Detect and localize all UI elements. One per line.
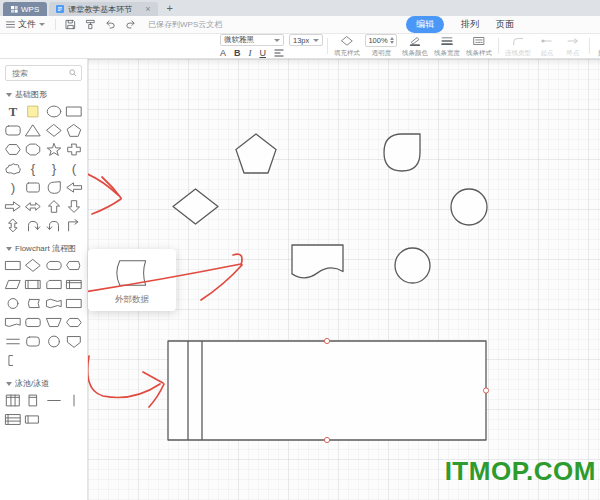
- palette-bracket-icon[interactable]: [3, 351, 23, 370]
- insert-link-button[interactable]: 插入链接: [593, 35, 600, 58]
- undo-button[interactable]: [102, 19, 118, 31]
- transparency-control[interactable]: 100% 透明度: [363, 34, 399, 58]
- palette-uturn-right-icon[interactable]: [44, 216, 64, 235]
- save-button[interactable]: [62, 19, 78, 31]
- underline-button[interactable]: U: [260, 48, 267, 58]
- palette-internal-storage-icon[interactable]: [64, 275, 84, 294]
- palette-hexagon-icon[interactable]: [3, 140, 23, 159]
- close-tab-icon[interactable]: ×: [145, 4, 150, 14]
- palette-rectangle-icon[interactable]: [64, 102, 84, 121]
- palette-pentagon-icon[interactable]: [64, 121, 84, 140]
- wps-app-tab[interactable]: WPS: [3, 2, 47, 16]
- palette-arrow-double-h-icon[interactable]: [23, 197, 43, 216]
- line-color-button[interactable]: 线条颜色: [399, 35, 431, 58]
- connector-type-button[interactable]: 连线类型: [502, 35, 534, 58]
- canvas-shape-pentagon[interactable]: [236, 134, 276, 173]
- palette-lane-horizontal-icon[interactable]: [23, 410, 43, 429]
- palette-pool-horizontal-icon[interactable]: [3, 410, 23, 429]
- palette-octagon-icon[interactable]: [23, 140, 43, 159]
- palette-arrow-down-icon[interactable]: [64, 197, 84, 216]
- selection-handle[interactable]: [483, 388, 488, 393]
- palette-arrow-double-v-icon[interactable]: [3, 216, 23, 235]
- palette-corner-arrow-icon[interactable]: [64, 216, 84, 235]
- palette-double-line-icon[interactable]: [3, 332, 23, 351]
- palette-arrow-right-icon[interactable]: [3, 197, 23, 216]
- palette-process-icon[interactable]: [3, 256, 23, 275]
- palette-triangle-icon[interactable]: [23, 121, 43, 140]
- palette-lane-vertical-icon[interactable]: [23, 391, 43, 410]
- edit-mode-button[interactable]: 编辑: [406, 16, 444, 33]
- palette-document-icon[interactable]: [3, 313, 23, 332]
- palette-preparation-icon[interactable]: [64, 313, 84, 332]
- fill-style-button[interactable]: 填充样式: [331, 35, 363, 58]
- palette-brace-right-icon[interactable]: }: [44, 159, 64, 178]
- canvas-shape-swimlane[interactable]: [168, 341, 486, 440]
- arrange-button[interactable]: 排列: [461, 18, 479, 31]
- palette-ellipse-icon[interactable]: [44, 102, 64, 121]
- start-point-button[interactable]: 起点: [534, 35, 560, 58]
- palette-off-page-icon[interactable]: [64, 332, 84, 351]
- italic-button[interactable]: I: [249, 48, 252, 58]
- shape-search-box[interactable]: [5, 65, 82, 81]
- palette-predefined-process-icon[interactable]: [23, 275, 43, 294]
- format-painter-button[interactable]: [82, 19, 98, 31]
- file-menu-button[interactable]: 文件: [6, 18, 45, 31]
- palette-decision-icon[interactable]: [23, 256, 43, 275]
- palette-arrow-up-icon[interactable]: [44, 197, 64, 216]
- palette-paren-right-icon[interactable]: ): [3, 178, 23, 197]
- selection-handle[interactable]: [324, 437, 329, 442]
- palette-sticky-note-icon[interactable]: [23, 102, 43, 121]
- line-width-button[interactable]: 线条宽度: [431, 35, 463, 58]
- palette-diamond-icon[interactable]: [44, 121, 64, 140]
- palette-cloud-icon[interactable]: [3, 159, 23, 178]
- palette-tape-icon[interactable]: [44, 294, 64, 313]
- page-button[interactable]: 页面: [496, 18, 514, 31]
- palette-card-icon[interactable]: [23, 178, 43, 197]
- palette-paren-left-icon[interactable]: (: [64, 159, 84, 178]
- section-header[interactable]: Flowchart 流程图: [6, 243, 87, 254]
- bold-button[interactable]: B: [234, 48, 241, 58]
- font-color-button[interactable]: A: [220, 48, 226, 58]
- palette-terminator-icon[interactable]: [44, 256, 64, 275]
- section-header[interactable]: 泳池/泳道: [6, 378, 87, 389]
- palette-connector-icon[interactable]: [3, 294, 23, 313]
- palette-manual-operation-icon[interactable]: [44, 313, 64, 332]
- palette-parallelogram-icon[interactable]: [3, 275, 23, 294]
- palette-brace-left-icon[interactable]: {: [23, 159, 43, 178]
- section-header[interactable]: 基础图形: [6, 89, 87, 100]
- canvas-shape-diamond[interactable]: [173, 189, 218, 224]
- palette-teardrop-icon[interactable]: [44, 178, 64, 197]
- palette-cross-icon[interactable]: [64, 140, 84, 159]
- redo-button[interactable]: [122, 19, 138, 31]
- canvas-shape-circle-1[interactable]: [451, 189, 487, 225]
- palette-stored-data-icon[interactable]: [23, 294, 43, 313]
- palette-line-horizontal-icon[interactable]: [44, 391, 64, 410]
- transparency-spinner[interactable]: 100%: [365, 34, 396, 47]
- font-family-select[interactable]: 微软雅黑: [220, 34, 284, 46]
- end-point-button[interactable]: 终点: [560, 35, 586, 58]
- palette-star-icon[interactable]: [44, 140, 64, 159]
- search-input[interactable]: [10, 68, 67, 79]
- font-size-select[interactable]: 13px: [289, 34, 323, 46]
- canvas-shape-circle-2[interactable]: [395, 248, 430, 283]
- palette-card2-icon[interactable]: [44, 275, 64, 294]
- spinner-arrows-icon[interactable]: [390, 37, 394, 44]
- drawing-canvas[interactable]: 外部数据 ITMOP.COM: [88, 59, 600, 500]
- palette-arrow-left-icon[interactable]: [64, 178, 84, 197]
- palette-alternate-process-icon[interactable]: [23, 313, 43, 332]
- palette-circle-icon[interactable]: [44, 332, 64, 351]
- palette-rounded-rect-icon[interactable]: [23, 332, 43, 351]
- document-tab[interactable]: 课堂教学基本环节 ×: [49, 2, 157, 16]
- palette-round-rectangle-icon[interactable]: [3, 121, 23, 140]
- palette-text-icon[interactable]: T: [3, 102, 23, 121]
- selection-handle[interactable]: [324, 338, 329, 343]
- palette-pool-vertical-icon[interactable]: [3, 391, 23, 410]
- palette-uturn-left-icon[interactable]: [23, 216, 43, 235]
- palette-line-vertical-icon[interactable]: [64, 391, 84, 410]
- palette-process2-icon[interactable]: [64, 294, 84, 313]
- new-tab-button[interactable]: +: [167, 1, 173, 15]
- line-style-button[interactable]: 线条样式: [463, 35, 495, 58]
- palette-display-icon[interactable]: [64, 256, 84, 275]
- align-icon[interactable]: [274, 49, 284, 57]
- canvas-shape-teardrop[interactable]: [384, 134, 420, 171]
